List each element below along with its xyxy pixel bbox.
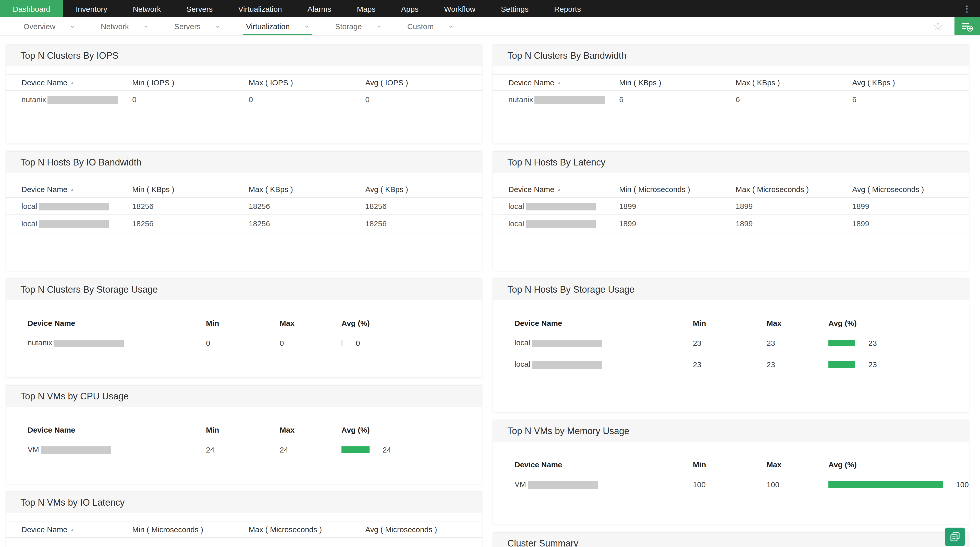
chevron-down-icon[interactable]: ⌄ [376, 22, 382, 28]
device-name-prefix: local [508, 201, 524, 210]
chevron-down-icon[interactable]: ⌄ [70, 22, 75, 28]
column-header-label: Max [280, 425, 294, 434]
tab-storage[interactable]: Storage ⌄ [332, 18, 385, 35]
widget-cluster-summary: Cluster Summary [493, 533, 969, 547]
column-header: Max [767, 455, 829, 474]
column-header[interactable]: Device Name▴ [6, 181, 132, 198]
chevron-down-icon[interactable]: ⌄ [215, 22, 221, 28]
widget-table: Device Name▴Min ( IOPS )Max ( IOPS )Avg … [6, 74, 482, 108]
redacted-device-name [48, 96, 118, 104]
favorite-star-icon[interactable]: ☆ [933, 21, 943, 32]
max-value: 23 [767, 332, 829, 353]
column-header[interactable]: Device Name▴ [493, 74, 619, 91]
device-name-prefix: local [514, 338, 530, 347]
device-name-prefix: VM [27, 445, 39, 453]
column-header[interactable]: Avg ( Microseconds ) [365, 521, 482, 537]
tab-custom[interactable]: Custom ⌄ [404, 18, 457, 35]
column-header-label: Max ( Microseconds ) [736, 185, 809, 194]
column-header[interactable]: Max ( IOPS ) [249, 74, 366, 91]
widgets-area: Top N Clusters By IOPSDevice Name▴Min ( … [0, 36, 980, 547]
device-name-cell: local [493, 332, 693, 353]
column-header: Max [767, 314, 829, 332]
column-header[interactable]: Max ( Microseconds ) [249, 521, 366, 537]
max-value: 6 [736, 91, 853, 108]
tab-network[interactable]: Network ⌄ [98, 18, 152, 35]
add-dashboard-button[interactable] [955, 18, 980, 35]
column-header[interactable]: Device Name▴ [493, 181, 619, 198]
tab-virtualization[interactable]: Virtualization ⌄ [243, 18, 313, 35]
widget-title: Top N Clusters By IOPS [6, 45, 482, 66]
column-header[interactable]: Min ( Microseconds ) [619, 181, 736, 198]
device-name-cell: VM [6, 439, 206, 460]
column-header[interactable]: Avg ( KBps ) [365, 181, 482, 198]
max-value: 1899 [736, 198, 853, 215]
column-header[interactable]: Max ( KBps ) [249, 181, 366, 198]
column-header-label: Device Name [21, 185, 67, 194]
widget-table: Device Name▴Min ( Microseconds )Max ( Mi… [493, 181, 969, 232]
topnav-item-servers[interactable]: Servers [173, 0, 225, 18]
column-header: Device Name [493, 314, 693, 332]
topnav-item-workflow[interactable]: Workflow [431, 0, 488, 18]
column-header[interactable]: Avg ( IOPS ) [365, 74, 482, 91]
column-header[interactable]: Min ( KBps ) [619, 74, 736, 91]
column-header-label: Min [693, 319, 706, 327]
chevron-down-icon[interactable]: ⌄ [304, 22, 310, 28]
topnav-item-alarms[interactable]: Alarms [295, 0, 344, 18]
tab-overview[interactable]: Overview ⌄ [21, 18, 78, 35]
kebab-menu-icon[interactable]: ⋮ [959, 0, 975, 18]
device-name-prefix: nutanix [21, 95, 46, 104]
column-header[interactable]: Avg ( KBps ) [852, 74, 969, 91]
sort-icon: ▴ [558, 80, 560, 85]
table-header-row: Device NameMinMaxAvg (%) [6, 420, 482, 439]
column-header[interactable]: Max ( KBps ) [736, 74, 853, 91]
tab-servers[interactable]: Servers ⌄ [171, 18, 224, 35]
widget-top-n-hosts-by-storage-usage: Top N Hosts By Storage UsageDevice NameM… [493, 279, 969, 412]
column-header-label: Min ( KBps ) [619, 78, 661, 87]
column-header[interactable]: Avg ( Microseconds ) [852, 181, 969, 198]
column-header[interactable]: Max ( Microseconds ) [736, 181, 853, 198]
redacted-device-name [39, 203, 109, 211]
floating-action-button[interactable] [945, 528, 965, 546]
topnav-item-apps[interactable]: Apps [388, 0, 431, 18]
column-header[interactable]: Min ( Microseconds ) [132, 521, 249, 537]
chevron-down-icon[interactable]: ⌄ [143, 22, 149, 28]
column-header-label: Avg (%) [342, 319, 370, 327]
column-header[interactable]: Device Name▴ [6, 74, 132, 91]
avg-value: 24 [342, 439, 482, 460]
widget-title: Cluster Summary [493, 533, 969, 547]
topnav-item-reports[interactable]: Reports [541, 0, 593, 18]
column-header-label: Avg ( IOPS ) [365, 78, 408, 87]
max-value: 0 [280, 332, 342, 353]
topnav-item-inventory[interactable]: Inventory [63, 0, 120, 18]
column-header-label: Max [767, 319, 781, 327]
topnav-item-dashboard[interactable]: Dashboard [0, 0, 63, 18]
column-header-label: Device Name [21, 78, 67, 87]
table-header-row: Device Name▴Min ( IOPS )Max ( IOPS )Avg … [6, 74, 482, 91]
column-header: Device Name [6, 314, 206, 332]
topnav-item-virtualization[interactable]: Virtualization [226, 0, 295, 18]
avg-value: 23 [829, 353, 969, 375]
tab-label: Servers [174, 22, 200, 31]
topnav-item-maps[interactable]: Maps [344, 0, 388, 18]
column-header[interactable]: Min ( KBps ) [132, 181, 249, 198]
topnav-item-network[interactable]: Network [120, 0, 173, 18]
column-header: Max [280, 314, 342, 332]
redacted-device-name [54, 340, 124, 347]
widget-title: Top N Clusters By Bandwidth [493, 45, 969, 66]
dashboard-tabs: Overview ⌄ Network ⌄ Servers ⌄ Virtualiz… [0, 18, 476, 35]
max-value: 18256 [249, 215, 366, 232]
column-header: Avg (%) [342, 314, 482, 332]
column-header-label: Avg ( KBps ) [852, 78, 895, 87]
column-header[interactable]: Min ( IOPS ) [132, 74, 249, 91]
device-name-prefix: local [514, 360, 530, 368]
min-value: 6 [619, 91, 736, 108]
max-value: 24 [280, 439, 342, 460]
topnav-item-settings[interactable]: Settings [488, 0, 541, 18]
column-header-label: Max ( Microseconds ) [249, 525, 322, 534]
avg-value: 6 [852, 91, 969, 108]
chevron-down-icon[interactable]: ⌄ [448, 22, 453, 28]
tab-label: Overview [24, 22, 56, 31]
column-header[interactable]: Device Name▴ [6, 521, 132, 537]
min-value: 18256 [132, 215, 249, 232]
dashboard-page: Dashboard Inventory Network Servers Virt… [0, 0, 980, 547]
